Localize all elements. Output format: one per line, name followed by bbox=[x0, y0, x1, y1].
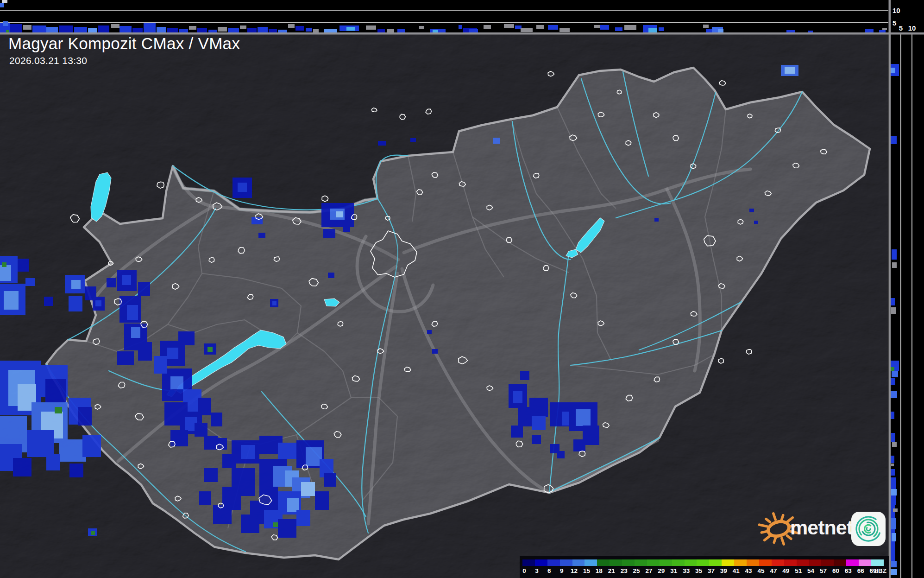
radar-echo bbox=[397, 29, 405, 33]
colorbar-tick-label: 35 bbox=[695, 567, 702, 574]
colorbar-cell bbox=[859, 559, 871, 566]
radar-echo bbox=[576, 409, 591, 426]
radar-echo bbox=[4, 291, 19, 310]
top-strip-label-5km: 5 bbox=[893, 19, 896, 27]
colorbar-tick-label: 15 bbox=[583, 567, 590, 574]
colorbar-tick-label: 45 bbox=[758, 567, 765, 574]
city-outline bbox=[169, 441, 175, 447]
city-outline bbox=[93, 339, 100, 344]
radar-echo bbox=[207, 347, 213, 352]
colorbar-cell bbox=[821, 559, 834, 566]
colorbar-tick-label: 60 bbox=[832, 567, 839, 574]
sun-ray bbox=[774, 538, 775, 542]
colorbar-tick-label: 41 bbox=[733, 567, 740, 574]
right-strip-label-5km: 5 bbox=[899, 24, 903, 32]
radar-echo bbox=[520, 371, 529, 380]
colorbar-cell bbox=[734, 559, 747, 566]
radar-echo bbox=[891, 469, 895, 476]
timestamp: 2026.03.21 13:30 bbox=[9, 55, 87, 66]
metnet-logo-text: metnet bbox=[790, 516, 853, 539]
radar-echo bbox=[204, 468, 218, 482]
colorbar-tick-label: 51 bbox=[795, 567, 802, 574]
colorbar-tick-label: 27 bbox=[645, 567, 652, 574]
sun-ray bbox=[761, 531, 767, 533]
radar-echo bbox=[891, 367, 894, 371]
radar-echo bbox=[891, 136, 897, 144]
city-outline bbox=[274, 257, 279, 261]
city-outline bbox=[338, 322, 343, 326]
colorbar: 0369121518212325272931333537394143454749… bbox=[520, 556, 889, 578]
radar-echo bbox=[0, 265, 11, 281]
city-outline bbox=[108, 261, 113, 266]
radar-echo bbox=[69, 296, 82, 311]
radar-echo bbox=[387, 29, 394, 32]
radar-echo bbox=[749, 209, 754, 212]
city-outline bbox=[673, 135, 679, 140]
radar-echo bbox=[170, 376, 183, 389]
radar-echo bbox=[23, 25, 31, 30]
radar-echo bbox=[211, 413, 222, 426]
city-outline bbox=[516, 441, 522, 447]
colorbar-cell bbox=[610, 559, 622, 566]
radar-echo bbox=[511, 426, 523, 438]
city-outline bbox=[334, 432, 341, 438]
vertical-divider bbox=[889, 0, 891, 578]
radar-echo bbox=[295, 26, 304, 31]
colorbar-tick-label: 54 bbox=[807, 567, 814, 574]
colorbar-tick-label: 25 bbox=[633, 567, 640, 574]
radar-echo bbox=[865, 29, 874, 33]
radar-echo bbox=[532, 435, 541, 444]
radar-echo bbox=[198, 398, 211, 415]
radar-echo bbox=[529, 398, 548, 417]
colorbar-tick-label: 29 bbox=[658, 567, 665, 574]
sun-ray bbox=[759, 525, 767, 526]
radar-echo bbox=[273, 522, 278, 527]
radar-echo bbox=[138, 342, 152, 361]
city-outline bbox=[691, 164, 696, 169]
radar-echo bbox=[892, 262, 897, 268]
city-outline bbox=[579, 451, 585, 457]
colorbar-cell bbox=[560, 559, 572, 566]
radar-echo bbox=[82, 435, 101, 457]
city-outline bbox=[157, 182, 164, 188]
radar-echo bbox=[238, 183, 247, 192]
city-outline bbox=[351, 215, 357, 220]
radar-echo bbox=[222, 454, 236, 468]
city-outline bbox=[571, 293, 577, 298]
colorbar-scale bbox=[522, 559, 884, 566]
radar-echo bbox=[313, 29, 319, 32]
radar-echo bbox=[513, 391, 522, 403]
radar-echo bbox=[3, 21, 8, 26]
colorbar-tick-label: 43 bbox=[745, 567, 752, 574]
colorbar-tick-label: 18 bbox=[596, 567, 603, 574]
radar-echo bbox=[240, 25, 246, 29]
radar-echo bbox=[346, 27, 355, 31]
radar-echo bbox=[59, 439, 86, 462]
city-outline bbox=[775, 128, 780, 133]
colorbar-cell bbox=[535, 559, 547, 566]
page-title: Magyar Kompozit CMax / VMax bbox=[8, 34, 240, 53]
radar-echo bbox=[27, 430, 54, 457]
radar-echo bbox=[891, 518, 896, 529]
radar-echo bbox=[315, 491, 329, 510]
radar-echo bbox=[10, 24, 22, 33]
radar-echo bbox=[703, 25, 709, 28]
map-area bbox=[0, 32, 888, 578]
colorbar-cell bbox=[747, 559, 759, 566]
radar-echo bbox=[891, 307, 896, 314]
colorbar-cell bbox=[797, 559, 809, 566]
sun-ray bbox=[782, 515, 783, 520]
radar-echo bbox=[46, 27, 58, 33]
radar-map bbox=[0, 0, 924, 578]
city-outline bbox=[626, 140, 631, 146]
radar-echo bbox=[557, 451, 565, 458]
radar-echo bbox=[891, 464, 894, 466]
colorbar-tick-label: 21 bbox=[608, 567, 615, 574]
colorbar-tick-label: 9 bbox=[560, 567, 564, 574]
radar-echo bbox=[78, 407, 92, 426]
radar-echo bbox=[278, 443, 296, 459]
radar-echo bbox=[44, 297, 53, 306]
radar-echo bbox=[127, 305, 138, 320]
colorbar-cell bbox=[834, 559, 846, 566]
radar-echo bbox=[484, 25, 491, 29]
